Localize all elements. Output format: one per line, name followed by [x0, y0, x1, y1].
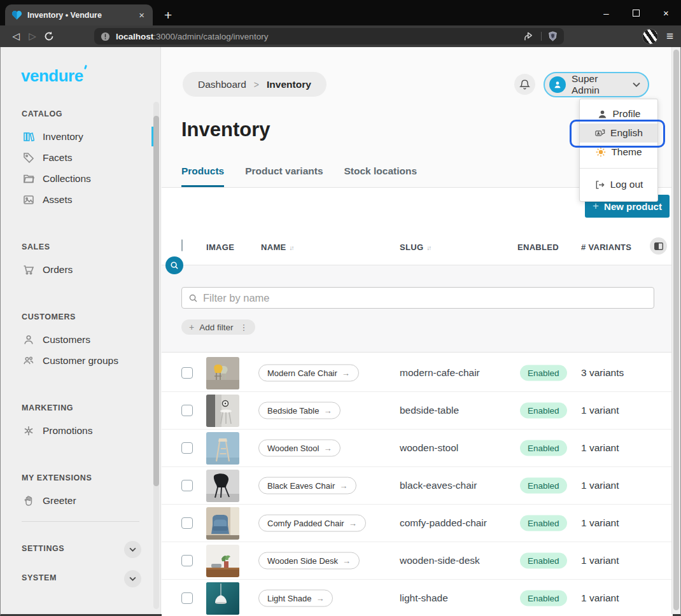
- reload-button[interactable]: [41, 31, 57, 41]
- share-icon[interactable]: [524, 32, 535, 41]
- sidebar-item-label: Inventory: [43, 131, 83, 143]
- row-checkbox[interactable]: [181, 405, 193, 416]
- sidebar-item-promotions[interactable]: Promotions: [1, 420, 160, 441]
- notifications-button[interactable]: [514, 74, 535, 95]
- browser-profile-avatar[interactable]: [642, 29, 658, 45]
- section-label-marketing: MARKETING: [1, 403, 160, 414]
- table-row: Black Eaves Chair→ black-eaves-chair Ena…: [162, 467, 673, 505]
- table-row: Light Shade→ light-shade Enabled 1 varia…: [162, 580, 673, 616]
- tab-products[interactable]: Products: [181, 165, 224, 187]
- product-name-chip[interactable]: Black Eaves Chair→: [258, 477, 356, 494]
- product-name-chip[interactable]: Light Shade→: [258, 590, 333, 607]
- vendure-logo[interactable]: vendure: [1, 47, 160, 101]
- sort-icon: ↓↑: [289, 244, 293, 251]
- sidebar-item-facets[interactable]: Facets: [1, 147, 160, 168]
- breadcrumb-inventory[interactable]: Inventory: [267, 79, 311, 90]
- browser-menu-icon[interactable]: ≡: [666, 29, 673, 43]
- page-scrollbar-thumb[interactable]: [673, 50, 679, 610]
- menu-item-logout[interactable]: Log out: [580, 175, 657, 194]
- browser-tab[interactable]: Inventory • Vendure ×: [5, 4, 153, 25]
- product-name-chip[interactable]: Modern Cafe Chair→: [258, 365, 359, 382]
- column-header-image: IMAGE: [206, 242, 234, 252]
- row-checkbox[interactable]: [181, 555, 193, 566]
- sidebar-item-greeter[interactable]: Greeter: [1, 490, 160, 511]
- select-all-checkbox[interactable]: [181, 239, 183, 251]
- section-label-sales: SALES: [1, 242, 160, 253]
- browser-window: Inventory • Vendure × + – × ◁ ▷ localhos…: [0, 0, 681, 616]
- hand-icon: [22, 494, 34, 507]
- menu-item-language[interactable]: English: [580, 123, 657, 143]
- row-checkbox[interactable]: [181, 480, 193, 491]
- main-content: Dashboard > Inventory Super Admin Profil…: [162, 47, 673, 614]
- sidebar-item-label: Facets: [43, 152, 73, 164]
- sidebar-item-collections[interactable]: Collections: [1, 168, 160, 189]
- asterisk-icon: [22, 424, 34, 437]
- plus-icon: +: [593, 200, 599, 213]
- menu-item-theme[interactable]: Theme: [580, 143, 657, 162]
- product-name-chip[interactable]: Wooden Side Desk→: [258, 552, 360, 570]
- brave-shield-icon[interactable]: [548, 31, 558, 41]
- user-avatar: [549, 76, 566, 93]
- product-name-chip[interactable]: Comfy Padded Chair→: [258, 515, 366, 532]
- row-checkbox[interactable]: [181, 592, 193, 604]
- chevron-down-icon[interactable]: [124, 570, 141, 587]
- breadcrumb-dashboard[interactable]: Dashboard: [198, 79, 246, 90]
- sidebar-nav: CATALOG Inventory Facets Collections: [1, 101, 160, 593]
- tab-stock-locations[interactable]: Stock locations: [344, 165, 418, 187]
- logo-tick: [84, 65, 87, 70]
- sidebar-scrollbar-thumb[interactable]: [153, 116, 159, 486]
- sidebar-section-system[interactable]: SYSTEM: [1, 564, 160, 593]
- vendure-favicon-icon: [11, 10, 22, 20]
- tab-product-variants[interactable]: Product variants: [245, 165, 323, 187]
- sidebar-divider: [22, 521, 139, 522]
- window-close-button[interactable]: ×: [651, 0, 681, 25]
- site-info-icon[interactable]: [101, 32, 110, 41]
- column-header-name[interactable]: NAME↓↑: [261, 242, 293, 252]
- product-slug: comfy-padded-chair: [400, 517, 487, 529]
- arrow-right-icon: →: [323, 406, 332, 416]
- url-bar[interactable]: localhost:3000/admin/catalog/inventory: [94, 28, 564, 45]
- variant-count: 3 variants: [581, 367, 624, 379]
- status-badge: Enabled: [520, 553, 567, 569]
- chevron-down-icon[interactable]: [124, 541, 141, 558]
- product-slug: wooden-side-desk: [400, 555, 480, 566]
- image-icon: [22, 193, 34, 206]
- chevron-down-icon: [633, 82, 640, 87]
- sidebar-item-assets[interactable]: Assets: [1, 189, 160, 210]
- menu-item-profile[interactable]: Profile: [580, 104, 657, 123]
- row-checkbox[interactable]: [181, 367, 193, 379]
- section-label-customers: CUSTOMERS: [1, 312, 160, 323]
- sidebar-item-orders[interactable]: Orders: [1, 259, 160, 280]
- sidebar-item-customers[interactable]: Customers: [1, 329, 160, 350]
- window-maximize-button[interactable]: [621, 0, 651, 25]
- search-button[interactable]: [165, 256, 183, 274]
- new-tab-button[interactable]: +: [164, 8, 172, 23]
- column-header-slug[interactable]: SLUG↓↑: [400, 242, 430, 252]
- sidebar-item-inventory[interactable]: Inventory: [1, 126, 160, 147]
- user-menu-button[interactable]: Super Admin: [544, 72, 649, 97]
- product-name-chip[interactable]: Bedside Table→: [258, 402, 340, 419]
- row-checkbox[interactable]: [181, 442, 193, 454]
- window-minimize-button[interactable]: –: [591, 0, 621, 25]
- table-row: Wooden Stool→ wooden-stool Enabled 1 var…: [162, 430, 673, 467]
- sidebar-section-settings[interactable]: SETTINGS: [1, 535, 160, 564]
- browser-tabstrip: Inventory • Vendure × + – ×: [0, 0, 681, 25]
- page-scrollbar-track[interactable]: [671, 47, 680, 614]
- menu-divider: [580, 168, 657, 169]
- filter-panel: + Add filter ⋮: [162, 265, 673, 353]
- table-row: Bedside Table→ bedside-table Enabled 1 v…: [162, 392, 673, 430]
- product-slug: light-shade: [400, 592, 448, 604]
- row-checkbox[interactable]: [181, 517, 193, 529]
- tab-close-icon[interactable]: ×: [137, 10, 146, 20]
- add-filter-button[interactable]: + Add filter ⋮: [181, 319, 255, 335]
- status-badge: Enabled: [520, 515, 567, 531]
- sidebar-item-label: Collections: [43, 173, 91, 185]
- product-name-chip[interactable]: Wooden Stool→: [258, 440, 340, 457]
- sidebar-item-customer-groups[interactable]: Customer groups: [1, 350, 160, 371]
- back-button[interactable]: ◁: [8, 31, 24, 42]
- filter-by-name-input[interactable]: [203, 292, 647, 304]
- status-badge: Enabled: [520, 403, 567, 419]
- filter-input-wrap: [181, 287, 654, 309]
- column-settings-button[interactable]: [650, 237, 667, 255]
- sun-icon: [595, 147, 606, 158]
